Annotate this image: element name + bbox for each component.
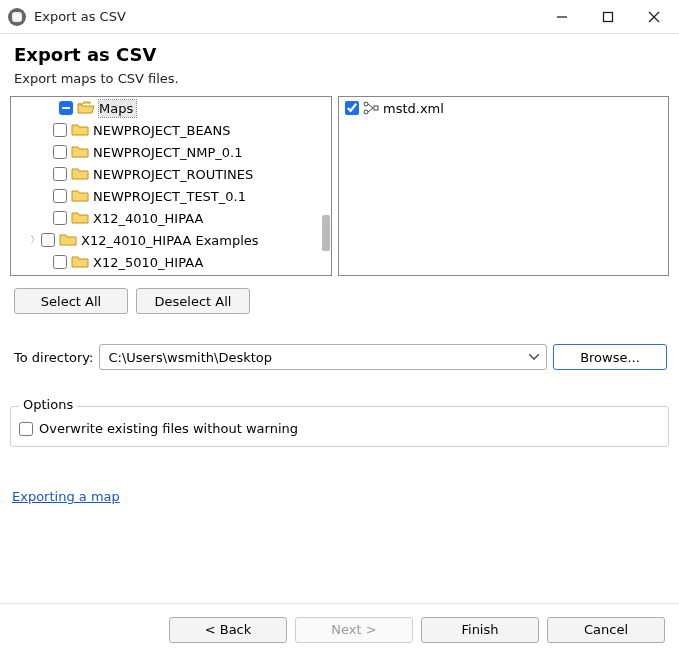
checkbox[interactable]: [53, 211, 67, 225]
tree-label: X12_4010_HIPAA Examples: [81, 232, 262, 249]
back-button[interactable]: < Back: [169, 617, 287, 643]
files-tree[interactable]: mstd.xml: [338, 96, 669, 276]
close-icon: [648, 11, 660, 23]
next-button: Next >: [295, 617, 413, 643]
tree-item[interactable]: NEWPROJECT_NMP_0.1: [11, 141, 331, 163]
close-button[interactable]: [631, 0, 677, 33]
map-file-icon: [363, 101, 379, 115]
checkbox[interactable]: [53, 145, 67, 159]
select-all-button[interactable]: Select All: [14, 288, 128, 314]
options-legend: Options: [19, 397, 77, 412]
checkbox[interactable]: [41, 233, 55, 247]
checkbox[interactable]: [53, 167, 67, 181]
browse-button[interactable]: Browse...: [553, 344, 667, 370]
wizard-footer: < Back Next > Finish Cancel: [0, 603, 679, 655]
tree-item-maps[interactable]: Maps: [11, 97, 331, 119]
chevron-down-icon[interactable]: [522, 345, 546, 369]
tree-item[interactable]: NEWPROJECT_ROUTINES: [11, 163, 331, 185]
options-group: Options Overwrite existing files without…: [10, 406, 669, 447]
file-label: mstd.xml: [383, 100, 447, 117]
tree-item[interactable]: NEWPROJECT_BEANS: [11, 119, 331, 141]
svg-rect-1: [604, 12, 613, 21]
checkbox[interactable]: [53, 255, 67, 269]
page-description: Export maps to CSV files.: [14, 71, 665, 86]
expand-icon[interactable]: [41, 191, 53, 202]
app-icon: [8, 8, 26, 26]
minimize-icon: [556, 11, 568, 23]
folder-icon: [71, 123, 89, 137]
projects-tree[interactable]: Maps NEWPROJECT_BEANS NEWPROJECT_NMP_0.1: [10, 96, 332, 276]
deselect-all-button[interactable]: Deselect All: [136, 288, 250, 314]
finish-button[interactable]: Finish: [421, 617, 539, 643]
folder-icon: [71, 189, 89, 203]
overwrite-checkbox[interactable]: [19, 422, 33, 436]
svg-point-4: [364, 102, 368, 106]
window-title: Export as CSV: [34, 9, 539, 24]
window-controls: [539, 0, 677, 33]
tree-label: NEWPROJECT_TEST_0.1: [93, 188, 249, 205]
expand-icon[interactable]: [41, 125, 53, 136]
scrollbar-thumb[interactable]: [322, 215, 330, 251]
expand-icon[interactable]: [41, 257, 53, 268]
minimize-button[interactable]: [539, 0, 585, 33]
file-item[interactable]: mstd.xml: [339, 97, 668, 119]
page-title: Export as CSV: [14, 44, 665, 65]
expand-icon[interactable]: [41, 147, 53, 158]
title-bar: Export as CSV: [0, 0, 679, 34]
checkbox-partial[interactable]: [59, 101, 73, 115]
checkbox[interactable]: [345, 101, 359, 115]
folder-icon: [71, 167, 89, 181]
checkbox[interactable]: [53, 123, 67, 137]
folder-icon: [71, 145, 89, 159]
tree-label: X12_4010_HIPAA: [93, 210, 206, 227]
folder-icon: [71, 211, 89, 225]
tree-item[interactable]: X12_4010_HIPAA: [11, 207, 331, 229]
maximize-icon: [602, 11, 614, 23]
wizard-header: Export as CSV Export maps to CSV files.: [0, 34, 679, 94]
svg-point-5: [364, 110, 368, 114]
folder-open-icon: [77, 101, 95, 115]
tree-item[interactable]: NEWPROJECT_TEST_0.1: [11, 185, 331, 207]
checkbox[interactable]: [53, 189, 67, 203]
tree-label: NEWPROJECT_BEANS: [93, 122, 233, 139]
svg-rect-6: [374, 106, 378, 110]
tree-label: NEWPROJECT_ROUTINES: [93, 166, 256, 183]
directory-combo[interactable]: [99, 344, 547, 370]
overwrite-label: Overwrite existing files without warning: [39, 421, 298, 436]
folder-icon: [71, 255, 89, 269]
expand-icon[interactable]: [41, 213, 53, 224]
directory-input[interactable]: [99, 344, 547, 370]
tree-label: X12_5010_HIPAA: [93, 254, 206, 271]
help-link[interactable]: Exporting a map: [12, 489, 120, 504]
tree-label: Maps: [99, 100, 136, 117]
to-directory-label: To directory:: [14, 350, 93, 365]
expand-icon[interactable]: 〉: [29, 233, 41, 247]
maximize-button[interactable]: [585, 0, 631, 33]
tree-item[interactable]: 〉 X12_4010_HIPAA Examples: [11, 229, 331, 251]
cancel-button[interactable]: Cancel: [547, 617, 665, 643]
expand-icon[interactable]: [41, 169, 53, 180]
tree-label: NEWPROJECT_NMP_0.1: [93, 144, 245, 161]
folder-icon: [59, 233, 77, 247]
tree-item[interactable]: X12_5010_HIPAA: [11, 251, 331, 273]
